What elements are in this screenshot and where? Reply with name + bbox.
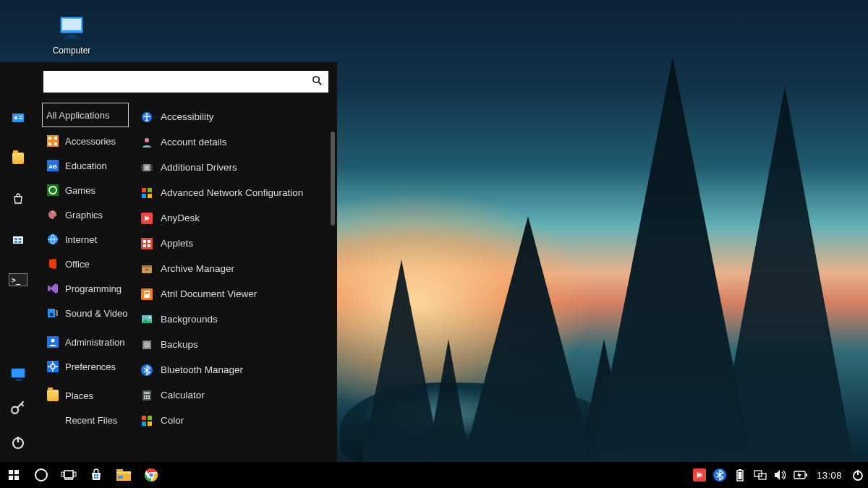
cat-graphics[interactable]: Graphics xyxy=(42,202,135,227)
cat-internet[interactable]: Internet xyxy=(42,227,135,252)
wallpaper-icon xyxy=(140,313,153,326)
svg-rect-93 xyxy=(64,471,73,478)
wallpaper-tree xyxy=(463,216,593,462)
computer-icon xyxy=(56,13,87,43)
cat-all-applications[interactable]: All Applications xyxy=(42,103,129,127)
desktop-icon-computer[interactable]: Computer xyxy=(46,13,97,56)
search-input[interactable] xyxy=(49,76,312,87)
app-list-scrollbar[interactable] xyxy=(331,132,335,226)
app-anydesk[interactable]: AnyDesk xyxy=(137,205,334,231)
cat-label: Accessories xyxy=(65,136,116,147)
power-button-icon[interactable] xyxy=(848,462,868,488)
cat-accessories[interactable]: Accessories xyxy=(42,129,135,153)
svg-rect-9 xyxy=(19,118,22,119)
anydesk-tray-icon[interactable] xyxy=(689,462,710,488)
folder-icon[interactable] xyxy=(9,149,27,168)
chip-icon xyxy=(140,161,153,174)
app-label: Account details xyxy=(161,137,227,147)
key-icon[interactable] xyxy=(9,398,27,417)
svg-point-32 xyxy=(50,313,54,317)
svg-rect-112 xyxy=(738,472,741,479)
svg-rect-19 xyxy=(48,137,51,140)
cortana-icon[interactable] xyxy=(27,462,55,488)
bluetooth-tray-icon[interactable] xyxy=(710,462,730,488)
svg-rect-97 xyxy=(94,474,96,476)
file-explorer-icon[interactable] xyxy=(110,462,137,488)
svg-rect-83 xyxy=(148,398,150,399)
svg-rect-3 xyxy=(64,37,80,39)
taskbar: 13:08 xyxy=(0,462,868,488)
app-atril[interactable]: Atril Document Viewer xyxy=(137,281,334,307)
cat-recent-files[interactable]: Recent Files xyxy=(42,408,135,432)
calc-icon xyxy=(140,389,153,402)
search-icon xyxy=(312,75,323,88)
user-card-icon[interactable] xyxy=(9,108,27,127)
svg-rect-79 xyxy=(146,395,148,397)
svg-rect-100 xyxy=(97,477,99,479)
start-button[interactable] xyxy=(0,462,27,488)
network-icon[interactable] xyxy=(750,462,770,488)
app-label: Atril Document Viewer xyxy=(161,288,257,299)
cat-programming[interactable]: Programming xyxy=(42,276,135,301)
power-plan-icon[interactable] xyxy=(791,462,811,488)
cat-education[interactable]: ABEducation xyxy=(42,153,135,178)
abc-icon: AB xyxy=(46,159,59,172)
svg-rect-91 xyxy=(14,476,19,480)
volume-icon[interactable] xyxy=(770,462,791,488)
svg-rect-88 xyxy=(9,470,13,474)
cat-places[interactable]: Places xyxy=(42,383,135,408)
app-account-details[interactable]: Account details xyxy=(137,129,334,155)
cat-administration[interactable]: Administration xyxy=(42,330,135,354)
search-field[interactable] xyxy=(43,71,328,93)
svg-rect-85 xyxy=(148,416,152,420)
svg-rect-1 xyxy=(62,19,81,30)
wallpaper-tree xyxy=(362,260,441,462)
app-additional-drivers[interactable]: Additional Drivers xyxy=(137,155,334,180)
svg-line-5 xyxy=(319,82,322,85)
monitor-lock-icon[interactable] xyxy=(9,364,27,382)
cat-sound-video[interactable]: Sound & Video xyxy=(42,301,135,325)
svg-rect-116 xyxy=(806,474,807,476)
app-color[interactable]: Color xyxy=(137,408,334,433)
windows-store-icon[interactable] xyxy=(9,230,27,249)
terminal-icon[interactable]: >_ xyxy=(9,270,27,289)
battery-icon[interactable] xyxy=(730,462,750,488)
cat-games[interactable]: Games xyxy=(42,178,135,202)
palette-icon xyxy=(46,208,59,221)
app-label: Archive Manager xyxy=(161,263,234,274)
cat-preferences[interactable]: Preferences xyxy=(42,354,135,379)
svg-rect-56 xyxy=(148,194,152,198)
clock[interactable]: 13:08 xyxy=(811,470,848,481)
app-archive-manager[interactable]: Archive Manager xyxy=(137,256,334,281)
app-label: Bluetooth Manager xyxy=(161,364,243,375)
applets-icon xyxy=(140,237,153,250)
bluetooth-icon xyxy=(140,364,153,377)
cat-label: Games xyxy=(65,185,95,196)
app-backgrounds[interactable]: Backgrounds xyxy=(137,307,334,332)
app-bluetooth-manager[interactable]: Bluetooth Manager xyxy=(137,357,334,382)
app-calculator[interactable]: Calculator xyxy=(137,382,334,408)
svg-rect-20 xyxy=(54,137,57,140)
app-applets[interactable]: Applets xyxy=(137,231,334,256)
svg-point-43 xyxy=(146,113,148,115)
vs-icon xyxy=(46,282,59,295)
app-backups[interactable]: Backups xyxy=(137,332,334,357)
desktop[interactable]: Computer >_ xyxy=(0,0,868,488)
chrome-icon[interactable] xyxy=(137,462,165,488)
store-icon[interactable] xyxy=(9,189,27,208)
power-icon[interactable] xyxy=(9,433,27,452)
svg-rect-8 xyxy=(19,116,22,116)
app-accessibility[interactable]: Accessibility xyxy=(137,104,334,129)
cat-office[interactable]: Office xyxy=(42,252,135,276)
cat-label: Internet xyxy=(65,234,97,245)
svg-rect-46 xyxy=(145,166,149,170)
taskview-icon[interactable] xyxy=(55,462,82,488)
svg-rect-13 xyxy=(14,241,17,243)
svg-rect-60 xyxy=(148,240,150,243)
svg-rect-21 xyxy=(48,142,51,145)
app-advanced-network[interactable]: Advanced Network Configuration xyxy=(137,180,334,205)
atril-icon xyxy=(140,288,153,301)
safe-icon xyxy=(140,338,153,351)
svg-point-71 xyxy=(149,316,151,318)
store-taskbar-icon[interactable] xyxy=(82,462,110,488)
